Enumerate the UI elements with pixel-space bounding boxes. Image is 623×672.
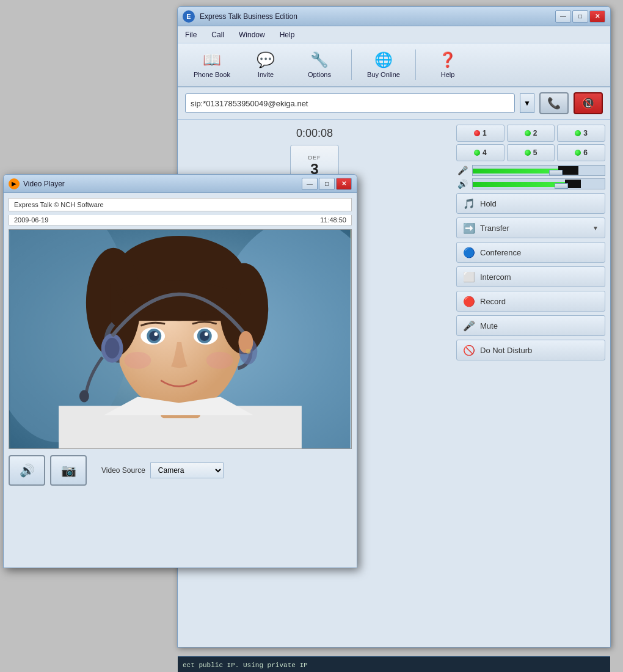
hold-button[interactable]: 🎵 Hold: [456, 193, 605, 214]
options-button[interactable]: 🔧 Options: [295, 46, 344, 83]
video-content: Express Talk © NCH Software 2009-06-19 1…: [4, 193, 357, 493]
video-source-label: Video Source: [101, 466, 145, 475]
svg-point-25: [238, 331, 253, 353]
dnd-label: Do Not Disturb: [480, 346, 532, 355]
menu-call[interactable]: Call: [209, 29, 227, 40]
sip-address-input[interactable]: [185, 93, 515, 113]
speaker-icon: 🔊: [456, 179, 468, 189]
line-2-button[interactable]: 2: [507, 125, 555, 142]
camera-icon: 📷: [61, 463, 76, 478]
toolbar-separator-2: [415, 49, 416, 80]
sip-dropdown-button[interactable]: ▼: [520, 93, 534, 113]
buy-online-button[interactable]: 🌐 Buy Online: [359, 46, 408, 83]
svg-point-26: [246, 349, 250, 354]
camera-control-button[interactable]: 📷: [50, 455, 87, 486]
call-icon: 📞: [547, 97, 561, 110]
volume-section: 🎤 🔊: [456, 165, 605, 189]
call-timer: 0:00:08: [183, 125, 446, 142]
mic-volume-row: 🎤: [456, 165, 605, 176]
mute-label: Mute: [480, 321, 498, 331]
svg-point-18: [205, 332, 208, 336]
video-player-icon: ▶: [9, 178, 20, 189]
sip-bar: ▼ 📞 📵: [178, 87, 610, 120]
transfer-button[interactable]: ➡️ Transfer ▼: [456, 217, 605, 238]
line-4-indicator: [474, 150, 480, 156]
video-source-select[interactable]: Camera: [150, 462, 224, 478]
record-button[interactable]: 🔴 Record: [456, 291, 605, 312]
intercom-button[interactable]: ⬜ Intercom: [456, 266, 605, 287]
video-date: 2009-06-19: [14, 216, 48, 224]
mic-volume-track[interactable]: [472, 165, 605, 176]
svg-point-22: [105, 338, 120, 359]
video-info-bar-2: 2009-06-19 11:48:50: [9, 215, 352, 225]
invite-icon: 💬: [257, 51, 275, 68]
menu-window[interactable]: Window: [236, 29, 268, 40]
svg-point-13: [149, 331, 159, 341]
conference-label: Conference: [480, 248, 521, 257]
video-title-bar: ▶ Video Player — □ ✕: [4, 175, 357, 193]
line-5-indicator: [525, 150, 531, 156]
toolbar: 📖 Phone Book 💬 Invite 🔧 Options 🌐 Buy On…: [178, 43, 610, 87]
video-info-bar: Express Talk © NCH Software: [9, 198, 352, 211]
line-3-indicator: [575, 130, 581, 136]
hangup-button[interactable]: 📵: [574, 92, 603, 114]
video-player-window: ▶ Video Player — □ ✕ Express Talk © NCH …: [3, 174, 357, 568]
record-label: Record: [480, 297, 506, 306]
video-copyright: Express Talk © NCH Software: [14, 201, 104, 208]
app-title: Express Talk Business Edition: [200, 12, 555, 21]
buy-online-icon: 🌐: [374, 51, 393, 68]
mute-button[interactable]: 🎤 Mute: [456, 315, 605, 336]
maximize-button[interactable]: □: [572, 10, 588, 23]
log-area[interactable]: ect public IP. Using private IP 192.168.…: [178, 656, 610, 672]
video-close-button[interactable]: ✕: [336, 178, 352, 190]
audio-control-button[interactable]: 🔊: [9, 455, 45, 486]
minimize-button[interactable]: —: [555, 10, 571, 23]
menu-help[interactable]: Help: [277, 29, 297, 40]
title-bar-buttons: — □ ✕: [555, 10, 605, 23]
menu-bar: File Call Window Help: [178, 26, 610, 43]
video-time: 11:48:50: [320, 216, 346, 224]
log-line-1: ect public IP. Using private IP: [183, 660, 605, 671]
hangup-icon: 📵: [581, 97, 595, 110]
svg-point-24: [79, 390, 89, 403]
options-label: Options: [308, 71, 331, 78]
phonebook-label: Phone Book: [194, 71, 230, 78]
do-not-disturb-button[interactable]: 🚫 Do Not Disturb: [456, 340, 605, 360]
svg-point-14: [154, 332, 158, 336]
line-1-button[interactable]: 1: [456, 125, 505, 142]
svg-point-17: [200, 331, 209, 341]
conference-icon: 🔵: [463, 247, 475, 258]
line-1-indicator: [474, 130, 480, 136]
help-icon: ❓: [439, 51, 457, 68]
line-3-button[interactable]: 3: [557, 125, 605, 142]
video-maximize-button[interactable]: □: [319, 178, 335, 190]
menu-file[interactable]: File: [183, 29, 199, 40]
phonebook-icon: 📖: [203, 51, 221, 68]
record-icon: 🔴: [463, 296, 475, 307]
line-4-button[interactable]: 4: [456, 144, 505, 161]
intercom-icon: ⬜: [463, 271, 475, 283]
svg-point-20: [206, 352, 233, 369]
video-title-buttons: — □ ✕: [302, 178, 352, 190]
toolbar-separator: [351, 49, 352, 80]
video-content-svg: [9, 230, 351, 448]
close-button[interactable]: ✕: [589, 10, 605, 23]
title-bar: E Express Talk Business Edition — □ ✕: [178, 7, 610, 26]
mic-icon: 🎤: [456, 166, 468, 175]
conference-button[interactable]: 🔵 Conference: [456, 242, 605, 263]
speaker-volume-track[interactable]: [472, 178, 605, 189]
transfer-label: Transfer: [480, 224, 509, 233]
phonebook-button[interactable]: 📖 Phone Book: [188, 46, 236, 83]
video-minimize-button[interactable]: —: [302, 178, 318, 190]
help-button[interactable]: ❓ Help: [423, 46, 472, 83]
call-button[interactable]: 📞: [539, 92, 569, 114]
line-5-button[interactable]: 5: [507, 144, 555, 161]
video-player-title: Video Player: [23, 180, 298, 188]
invite-button[interactable]: 💬 Invite: [241, 46, 290, 83]
line-6-button[interactable]: 6: [557, 144, 605, 161]
help-label: Help: [441, 71, 455, 78]
hold-icon: 🎵: [463, 198, 475, 210]
intercom-label: Intercom: [480, 272, 511, 282]
transfer-dropdown-icon[interactable]: ▼: [592, 225, 599, 232]
video-frame: [9, 229, 352, 449]
